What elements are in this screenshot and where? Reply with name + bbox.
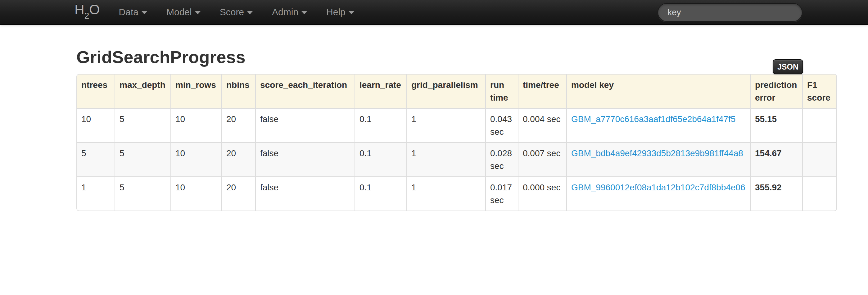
col-header-run-time: run time: [485, 75, 518, 108]
cell-nbins: 20: [221, 108, 255, 142]
cell-nbins: 20: [221, 142, 255, 176]
cell-f1-score: [802, 108, 836, 142]
logo-text-h: H: [74, 2, 85, 17]
chevron-down-icon: [302, 11, 307, 14]
menu-item-score[interactable]: Score: [210, 0, 262, 25]
col-header-nbins: nbins: [221, 75, 255, 108]
logo-text-o: O: [89, 2, 100, 17]
table-header-row: ntrees max_depth min_rows nbins score_ea…: [77, 75, 836, 108]
cell-time-per-tree: 0.000 sec: [518, 176, 566, 210]
table-row: 1 5 10 20 false 0.1 1 0.017 sec 0.000 se…: [77, 176, 836, 210]
col-header-max-depth: max_depth: [115, 75, 170, 108]
table-row: 5 5 10 20 false 0.1 1 0.028 sec 0.007 se…: [77, 142, 836, 176]
cell-ntrees: 10: [77, 108, 115, 142]
col-header-learn-rate: learn_rate: [354, 75, 406, 108]
cell-min-rows: 10: [170, 108, 221, 142]
cell-grid-parallelism: 1: [406, 176, 485, 210]
chevron-down-icon: [247, 11, 253, 14]
cell-prediction-error: 55.15: [750, 108, 802, 142]
model-key-link[interactable]: GBM_9960012ef08a1da12b102c7df8bb4e06: [571, 183, 745, 192]
cell-score-each-iteration: false: [255, 108, 354, 142]
cell-max-depth: 5: [115, 142, 170, 176]
cell-f1-score: [802, 176, 836, 210]
menu-item-label: Admin: [272, 7, 298, 18]
cell-model-key: GBM_9960012ef08a1da12b102c7df8bb4e06: [566, 176, 750, 210]
grid-search-results-table: ntrees max_depth min_rows nbins score_ea…: [76, 74, 837, 211]
cell-ntrees: 5: [77, 142, 115, 176]
model-key-link[interactable]: GBM_bdb4a9ef42933d5b2813e9b981ff44a8: [571, 148, 743, 158]
col-header-model-key: model key: [566, 75, 750, 108]
cell-learn-rate: 0.1: [354, 142, 406, 176]
cell-score-each-iteration: false: [255, 176, 354, 210]
menu-item-label: Score: [220, 7, 244, 18]
menu-item-model[interactable]: Model: [157, 0, 210, 25]
cell-run-time: 0.028 sec: [485, 142, 518, 176]
col-header-score-each-iteration: score_each_iteration: [255, 75, 354, 108]
cell-nbins: 20: [221, 176, 255, 210]
cell-f1-score: [802, 142, 836, 176]
menu-item-admin[interactable]: Admin: [262, 0, 317, 25]
logo-text-2: 2: [85, 11, 89, 21]
cell-run-time: 0.043 sec: [485, 108, 518, 142]
cell-time-per-tree: 0.004 sec: [518, 108, 566, 142]
menu-item-data[interactable]: Data: [109, 0, 157, 25]
col-header-min-rows: min_rows: [170, 75, 221, 108]
h2o-logo[interactable]: H2O: [74, 0, 100, 27]
page-title: GridSearchProgress: [76, 48, 868, 67]
navbar: H2O Data Model Score Admin Help: [0, 0, 868, 25]
cell-min-rows: 10: [170, 176, 221, 210]
cell-prediction-error: 154.67: [750, 142, 802, 176]
cell-max-depth: 5: [115, 108, 170, 142]
cell-learn-rate: 0.1: [354, 108, 406, 142]
cell-run-time: 0.017 sec: [485, 176, 518, 210]
col-header-f1-score: F1 score: [802, 75, 836, 108]
col-header-ntrees: ntrees: [77, 75, 115, 108]
model-key-link[interactable]: GBM_a7770c616a3aaf1df65e2b64a1f47f5: [571, 114, 736, 124]
table-row: 10 5 10 20 false 0.1 1 0.043 sec 0.004 s…: [77, 108, 836, 142]
json-button[interactable]: JSON: [773, 59, 803, 74]
menu-item-help[interactable]: Help: [317, 0, 364, 25]
cell-model-key: GBM_a7770c616a3aaf1df65e2b64a1f47f5: [566, 108, 750, 142]
main-content: JSON GridSearchProgress ntrees max_depth…: [0, 48, 868, 211]
cell-model-key: GBM_bdb4a9ef42933d5b2813e9b981ff44a8: [566, 142, 750, 176]
key-search-input[interactable]: [657, 3, 803, 22]
chevron-down-icon: [349, 11, 354, 14]
col-header-prediction-error: prediction error: [750, 75, 802, 108]
col-header-time-per-tree: time/tree: [518, 75, 566, 108]
navbar-menu: Data Model Score Admin Help: [109, 0, 364, 25]
cell-time-per-tree: 0.007 sec: [518, 142, 566, 176]
chevron-down-icon: [195, 11, 200, 14]
cell-min-rows: 10: [170, 142, 221, 176]
chevron-down-icon: [142, 11, 147, 14]
cell-grid-parallelism: 1: [406, 108, 485, 142]
cell-max-depth: 5: [115, 176, 170, 210]
cell-prediction-error: 355.92: [750, 176, 802, 210]
menu-item-label: Help: [326, 7, 345, 18]
menu-item-label: Data: [119, 7, 138, 18]
cell-score-each-iteration: false: [255, 142, 354, 176]
menu-item-label: Model: [166, 7, 192, 18]
col-header-grid-parallelism: grid_parallelism: [406, 75, 485, 108]
cell-grid-parallelism: 1: [406, 142, 485, 176]
cell-learn-rate: 0.1: [354, 176, 406, 210]
cell-ntrees: 1: [77, 176, 115, 210]
